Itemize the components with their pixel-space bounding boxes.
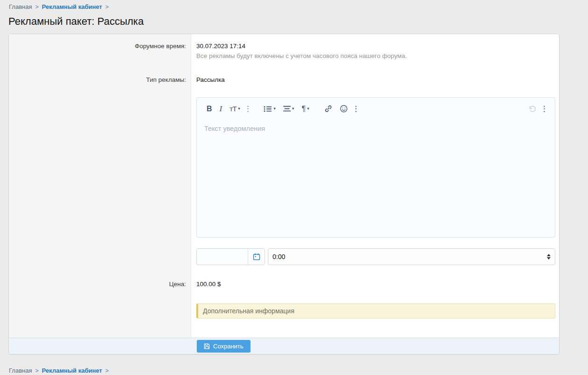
select-arrows-icon: [547, 254, 551, 260]
price-value: 100.00 $: [191, 265, 559, 288]
list-button[interactable]: ▾: [260, 102, 280, 116]
paragraph-format-button[interactable]: ¶▾: [298, 102, 313, 116]
align-button[interactable]: ▾: [280, 102, 298, 116]
breadcrumb-section-link[interactable]: Рекламный кабинет: [42, 3, 102, 11]
page-title: Рекламный пакет: Рассылка: [8, 15, 588, 28]
save-button[interactable]: Сохранить: [197, 340, 251, 353]
date-input-group: [196, 248, 265, 265]
price-row: Цена: 100.00 $: [9, 265, 559, 288]
chevron-down-icon: ▾: [238, 107, 240, 111]
font-size-icon: тT: [229, 105, 237, 112]
ellipsis-icon: [544, 106, 545, 112]
bold-button[interactable]: B: [203, 102, 216, 116]
price-label: Цена:: [9, 265, 191, 288]
chevron-down-icon: ▾: [292, 107, 294, 111]
extra-info-label-spacer: [9, 288, 191, 338]
ad-type-row: Тип рекламы: Рассылка: [9, 68, 559, 89]
breadcrumb-home-link[interactable]: Главная: [9, 3, 32, 11]
forum-time-row: Форумное время: 30.07.2023 17:14 Все рек…: [9, 34, 559, 68]
forum-time-label: Форумное время:: [9, 34, 191, 68]
extra-info-input[interactable]: [196, 303, 555, 318]
save-icon: [204, 343, 210, 349]
form-footer: Сохранить: [9, 338, 559, 354]
save-button-label: Сохранить: [213, 343, 244, 350]
breadcrumb-bottom: Главная > Рекламный кабинет >: [9, 367, 588, 375]
align-icon: [283, 106, 291, 112]
time-select-value: 0:00: [272, 253, 285, 260]
font-size-button[interactable]: тT▾: [226, 102, 244, 116]
breadcrumb-home-link[interactable]: Главная: [9, 367, 32, 375]
bold-icon: B: [207, 105, 212, 113]
ad-type-label: Тип рекламы:: [9, 68, 191, 89]
insert-smilie-button[interactable]: [336, 102, 351, 116]
ad-type-value: Рассылка: [191, 68, 559, 89]
undo-icon: [528, 105, 536, 113]
forum-time-hint: Все рекламы будут включены с учетом часо…: [196, 52, 555, 60]
bullet-list-icon: [264, 106, 272, 112]
italic-icon: I: [220, 105, 222, 113]
breadcrumb-separator-icon: >: [105, 367, 108, 375]
chevron-down-icon: ▾: [307, 107, 309, 111]
editor-row: B I тT▾ ▾ ▾ ¶▾: [9, 89, 559, 238]
smiley-icon: [340, 105, 348, 113]
insert-link-button[interactable]: [321, 102, 336, 116]
undo-button[interactable]: [524, 102, 540, 116]
schedule-row-label-spacer: [9, 238, 191, 265]
toolbar-right-more-button[interactable]: [540, 102, 549, 116]
editor-row-label-spacer: [9, 89, 191, 238]
date-input[interactable]: [197, 249, 248, 265]
editor-more-button[interactable]: [351, 102, 360, 116]
ad-package-form-panel: Форумное время: 30.07.2023 17:14 Все рек…: [8, 34, 559, 354]
breadcrumb-top: Главная > Рекламный кабинет >: [0, 0, 588, 11]
calendar-icon: [253, 253, 260, 260]
extra-info-row: [9, 288, 559, 338]
ellipsis-icon: [247, 106, 249, 112]
editor-toolbar: B I тT▾ ▾ ▾ ¶▾: [197, 98, 555, 120]
editor-text-area[interactable]: Текст уведомления: [197, 120, 555, 238]
breadcrumb-separator-icon: >: [35, 367, 38, 375]
time-select[interactable]: 0:00: [268, 248, 555, 265]
breadcrumb-section-link[interactable]: Рекламный кабинет: [42, 367, 102, 375]
breadcrumb-separator-icon: >: [35, 3, 38, 11]
text-format-more-button[interactable]: [244, 102, 252, 116]
italic-button[interactable]: I: [216, 102, 226, 116]
forum-time-value: 30.07.2023 17:14: [196, 43, 555, 50]
link-icon: [324, 105, 332, 113]
ellipsis-icon: [355, 106, 357, 112]
breadcrumb-separator-icon: >: [105, 3, 108, 11]
paragraph-icon: ¶: [301, 105, 306, 113]
chevron-down-icon: ▾: [273, 107, 276, 111]
calendar-button[interactable]: [248, 249, 265, 265]
schedule-row: 0:00: [9, 238, 559, 265]
rich-text-editor: B I тT▾ ▾ ▾ ¶▾: [196, 97, 555, 238]
